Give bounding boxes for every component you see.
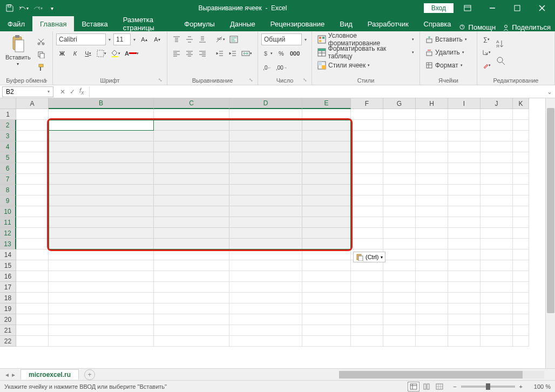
row-header-1[interactable]: 1 — [0, 109, 16, 120]
delete-cells-button[interactable]: Удалить▾ — [423, 46, 469, 58]
tab-review[interactable]: Рецензирование — [263, 16, 332, 31]
row-header-21[interactable]: 21 — [0, 325, 16, 336]
col-header-I[interactable]: I — [448, 98, 480, 109]
row-header-7[interactable]: 7 — [0, 174, 16, 185]
add-sheet-button[interactable]: + — [84, 369, 95, 380]
col-header-F[interactable]: F — [351, 98, 383, 109]
horizontal-scrollbar[interactable] — [339, 371, 544, 379]
row-header-14[interactable]: 14 — [0, 249, 16, 260]
cut-icon[interactable] — [35, 36, 47, 48]
zoom-level[interactable]: 100 % — [527, 383, 551, 390]
italic-button[interactable]: К — [69, 48, 81, 59]
sheet-nav-next-icon[interactable]: ▸ — [12, 371, 15, 379]
row-header-6[interactable]: 6 — [0, 163, 16, 174]
tab-insert[interactable]: Вставка — [74, 16, 115, 31]
formula-bar[interactable] — [89, 86, 544, 97]
name-box[interactable]: B2▾ — [2, 86, 53, 97]
fill-icon[interactable]: ▾ — [480, 46, 492, 58]
accounting-format-icon[interactable]: $▾ — [261, 48, 274, 59]
ribbon-options-icon[interactable] — [457, 0, 478, 16]
fill-color-button[interactable]: ▾ — [109, 48, 122, 59]
row-header-4[interactable]: 4 — [0, 141, 16, 152]
enter-formula-icon[interactable]: ✓ — [70, 88, 75, 96]
row-header-15[interactable]: 15 — [0, 260, 16, 271]
row-header-22[interactable]: 22 — [0, 336, 16, 347]
view-page-break-icon[interactable] — [434, 382, 445, 391]
row-header-5[interactable]: 5 — [0, 152, 16, 163]
zoom-slider[interactable] — [461, 386, 515, 388]
tab-formulas[interactable]: Формулы — [177, 16, 222, 31]
align-launcher-icon[interactable]: ⤡ — [248, 77, 254, 84]
col-header-H[interactable]: H — [416, 98, 448, 109]
select-all-corner[interactable] — [0, 98, 16, 109]
redo-icon[interactable]: ▾ — [31, 2, 44, 15]
format-cells-button[interactable]: Формат▾ — [423, 59, 469, 71]
font-size-dd[interactable]: ▾ — [132, 37, 137, 42]
underline-button[interactable]: Ч▾ — [82, 48, 94, 59]
view-page-layout-icon[interactable] — [421, 382, 432, 391]
tab-developer[interactable]: Разработчик — [360, 16, 416, 31]
row-header-18[interactable]: 18 — [0, 293, 16, 303]
increase-decimal-icon[interactable]: ,0← — [261, 62, 273, 73]
wrap-text-icon[interactable] — [228, 33, 240, 45]
cancel-formula-icon[interactable]: ✕ — [60, 88, 65, 96]
font-color-button[interactable]: A▾ — [123, 48, 140, 59]
worksheet-grid[interactable]: ABCDEFGHIJK 1234567891011121314151617181… — [0, 98, 555, 368]
grow-font-icon[interactable]: A▴ — [138, 33, 150, 45]
sort-filter-icon[interactable]: AЯ — [495, 36, 507, 52]
row-header-13[interactable]: 13 — [0, 239, 16, 249]
bold-button[interactable]: Ж — [56, 48, 68, 59]
orientation-icon[interactable]: ab▾ — [214, 33, 227, 45]
col-header-A[interactable]: A — [16, 98, 49, 109]
align-bottom-icon[interactable] — [197, 33, 208, 45]
col-header-C[interactable]: C — [154, 98, 229, 109]
view-normal-icon[interactable] — [408, 382, 419, 391]
undo-icon[interactable]: ▾ — [17, 2, 30, 15]
tab-page-layout[interactable]: Разметка страницы — [116, 16, 177, 31]
tab-view[interactable]: Вид — [332, 16, 360, 31]
clear-icon[interactable]: ▾ — [480, 59, 492, 71]
number-format-combo[interactable]: Общий — [261, 33, 302, 45]
format-painter-icon[interactable] — [35, 62, 47, 73]
border-button[interactable]: ▾ — [95, 48, 108, 59]
sheet-nav-prev-icon[interactable]: ◂ — [5, 371, 9, 379]
clipboard-launcher-icon[interactable]: ⤡ — [43, 77, 49, 84]
merge-button[interactable]: ▾ — [240, 48, 254, 59]
login-button[interactable]: Вход — [424, 3, 454, 13]
align-center-icon[interactable] — [184, 48, 195, 59]
paste-options-button[interactable]: (Ctrl)▾ — [353, 252, 385, 262]
paste-button[interactable]: Вставить ▾ — [3, 33, 33, 67]
font-launcher-icon[interactable]: ⤡ — [157, 77, 164, 84]
col-header-G[interactable]: G — [383, 98, 416, 109]
vertical-scrollbar[interactable] — [545, 98, 555, 368]
tab-data[interactable]: Данные — [222, 16, 263, 31]
tab-home[interactable]: Главная — [32, 16, 74, 31]
tell-me-button[interactable]: Помощн — [459, 23, 496, 31]
percent-format-icon[interactable]: % — [275, 48, 287, 59]
tab-help[interactable]: Справка — [416, 16, 459, 31]
align-middle-icon[interactable] — [184, 33, 195, 45]
share-button[interactable]: Поделиться — [502, 23, 551, 31]
col-header-E[interactable]: E — [302, 98, 351, 109]
zoom-out-icon[interactable]: − — [453, 383, 456, 390]
decrease-decimal-icon[interactable]: ,00→ — [274, 62, 289, 73]
copy-icon[interactable] — [35, 49, 47, 60]
row-header-16[interactable]: 16 — [0, 271, 16, 282]
row-header-8[interactable]: 8 — [0, 185, 16, 195]
autosum-icon[interactable]: ∑▾ — [480, 33, 492, 45]
row-header-11[interactable]: 11 — [0, 217, 16, 228]
sheet-tab[interactable]: microexcel.ru — [21, 369, 79, 380]
row-header-20[interactable]: 20 — [0, 314, 16, 325]
shrink-font-icon[interactable]: A▾ — [151, 33, 163, 45]
insert-cells-button[interactable]: Вставить▾ — [423, 33, 469, 45]
row-header-2[interactable]: 2 — [0, 120, 16, 131]
format-as-table-button[interactable]: Форматировать как таблицу▾ — [315, 46, 416, 58]
conditional-format-button[interactable]: Условное форматирование▾ — [315, 33, 416, 45]
row-header-9[interactable]: 9 — [0, 195, 16, 206]
minimize-icon[interactable] — [482, 0, 503, 16]
indent-decrease-icon[interactable] — [214, 48, 226, 59]
close-icon[interactable] — [531, 0, 553, 16]
font-name-dd[interactable]: ▾ — [107, 37, 112, 42]
row-header-17[interactable]: 17 — [0, 282, 16, 293]
number-launcher-icon[interactable]: ⤡ — [302, 77, 308, 84]
